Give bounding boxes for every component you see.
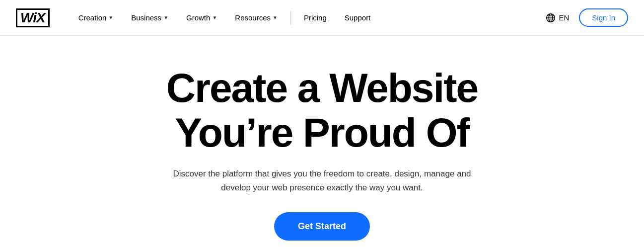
nav-label-business: Business (131, 13, 161, 22)
nav-item-growth[interactable]: Growth ▼ (177, 0, 226, 36)
navbar: WiX Creation ▼ Business ▼ Growth ▼ Resou… (0, 0, 644, 36)
globe-icon (546, 13, 556, 23)
nav-items: Creation ▼ Business ▼ Growth ▼ Resources… (70, 0, 546, 36)
chevron-down-icon: ▼ (273, 15, 278, 20)
language-selector[interactable]: EN (546, 13, 569, 23)
chevron-down-icon: ▼ (163, 15, 168, 20)
chevron-down-icon: ▼ (212, 15, 217, 20)
hero-section: Create a Website You’re Proud Of Discove… (0, 36, 644, 252)
sign-in-button[interactable]: Sign In (579, 8, 628, 27)
nav-divider (290, 11, 291, 25)
nav-label-resources: Resources (235, 13, 271, 22)
wix-logo-text: WiX (16, 8, 50, 27)
hero-title: Create a Website You’re Proud Of (166, 66, 478, 155)
hero-title-line1: Create a Website (166, 65, 478, 110)
nav-item-support[interactable]: Support (336, 0, 380, 36)
language-code: EN (559, 13, 569, 22)
hero-title-line2: You’re Proud Of (175, 110, 469, 155)
nav-label-growth: Growth (186, 13, 210, 22)
logo[interactable]: WiX (16, 8, 50, 27)
nav-item-creation[interactable]: Creation ▼ (70, 0, 123, 36)
get-started-button[interactable]: Get Started (274, 212, 370, 241)
nav-item-resources[interactable]: Resources ▼ (226, 0, 286, 36)
hero-subtitle: Discover the platform that gives you the… (168, 167, 476, 194)
nav-label-pricing: Pricing (304, 13, 327, 22)
nav-label-creation: Creation (78, 13, 107, 22)
chevron-down-icon: ▼ (108, 15, 113, 20)
nav-item-pricing[interactable]: Pricing (295, 0, 336, 36)
nav-right: EN Sign In (546, 8, 628, 27)
nav-item-business[interactable]: Business ▼ (122, 0, 177, 36)
nav-label-support: Support (345, 13, 371, 22)
